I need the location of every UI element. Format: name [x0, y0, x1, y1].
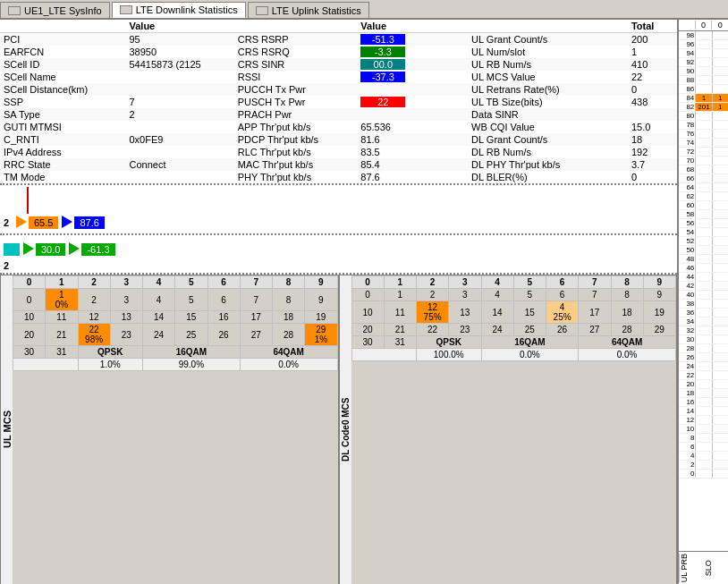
right-cell: [713, 201, 728, 209]
row-param: RSSI: [234, 71, 358, 83]
info-section: Value Value Total PCI 95 CRS RSRP -51.3 …: [0, 20, 677, 185]
right-row: 62: [679, 192, 728, 201]
gauge-bar-1a: 65.5: [29, 216, 58, 229]
right-row: 68: [679, 165, 728, 174]
row-label: SCell ID: [0, 58, 126, 71]
right-cell: [713, 121, 728, 129]
row-value: [126, 121, 234, 133]
summary-row: 100.0% 0.0% 0.0%: [351, 349, 676, 361]
row-param: RLC Thr'put kb/s: [234, 146, 358, 158]
tab-icon-uplink: [256, 6, 268, 15]
right-cell: [696, 183, 712, 191]
info-table: Value Value Total PCI 95 CRS RSRP -51.3 …: [0, 20, 677, 183]
row-value: 2: [126, 108, 234, 121]
right-row: 28: [679, 344, 728, 353]
right-row: 6: [679, 443, 728, 452]
dl-mcs-header: 0 1 2 3 4 5 6 7 8 9: [351, 276, 676, 289]
row-pval: -3.3: [357, 46, 468, 58]
right-cell: [696, 174, 712, 182]
row-ul-val: 18: [628, 133, 677, 146]
right-header-0a: 0: [696, 21, 713, 30]
right-cell: [696, 85, 712, 93]
right-row: 46: [679, 264, 728, 273]
bar-value: -37.3: [360, 72, 405, 82]
right-cell: 1: [713, 94, 728, 102]
right-cell: [696, 380, 712, 388]
right-row: 12: [679, 416, 728, 425]
right-cell: [696, 389, 712, 397]
ul-mcs-label: UL MCS: [0, 275, 13, 584]
right-panel-footer: UL PRB SLO: [679, 551, 728, 584]
right-cell: [713, 291, 728, 299]
tab-downlink[interactable]: LTE Downlink Statistics: [112, 2, 246, 18]
right-row: 8: [679, 434, 728, 443]
right-cell: [713, 461, 728, 469]
row-param: APP Thr'put kb/s: [234, 121, 358, 133]
right-cell: [713, 49, 728, 57]
right-cell: [713, 452, 728, 460]
table-row: 30 31 QPSK 16QAM 64QAM: [351, 336, 676, 349]
right-cell: [713, 174, 728, 182]
right-cell: [713, 139, 728, 147]
right-cell: [713, 76, 728, 84]
row-pval: [357, 83, 468, 96]
right-cell: [696, 362, 712, 370]
right-cell: [696, 210, 712, 218]
row-ul-val: 438: [628, 96, 677, 108]
row-ul-label: UL TB Size(bits): [468, 96, 628, 108]
row-param: CRS RSRP: [234, 33, 358, 47]
right-cell: [713, 317, 728, 326]
right-cell: [713, 31, 728, 39]
right-row: 18: [679, 389, 728, 398]
right-cell: [696, 40, 712, 48]
table-row: 10 11 12 13 14 15 16 17 18 19: [13, 311, 338, 324]
right-row: 52: [679, 237, 728, 246]
right-cell: [696, 398, 712, 406]
row-value: Connect: [126, 158, 234, 171]
col-header-param: [234, 20, 358, 33]
right-cell: [713, 300, 728, 308]
right-cell: [713, 148, 728, 156]
row-ul-label: UL MCS Value: [468, 71, 628, 83]
right-row: 40: [679, 291, 728, 300]
table-row: 20 21 22 23 24 25 26 27 28 29: [351, 324, 676, 336]
right-row: 78: [679, 121, 728, 130]
row-value: [126, 146, 234, 158]
app-container: UE1_LTE SysInfo LTE Downlink Statistics …: [0, 0, 728, 584]
right-cell: [696, 148, 712, 156]
right-cell: [713, 335, 728, 343]
tab-sysinfo[interactable]: UE1_LTE SysInfo: [0, 2, 110, 18]
ul-mcs-section: UL MCS 0 1 2 3 4 5 6 7: [0, 275, 339, 584]
right-cell: [696, 309, 712, 317]
row-param: PUSCH Tx Pwr: [234, 96, 358, 108]
tab-bar: UE1_LTE SysInfo LTE Downlink Statistics …: [0, 0, 728, 20]
row-label: PCI: [0, 33, 126, 47]
right-row: 54: [679, 228, 728, 237]
right-row: 14: [679, 407, 728, 416]
right-cell: [713, 67, 728, 75]
right-rows: 9896949290888684118220118078767472706866…: [679, 31, 728, 551]
table-row: PCI 95 CRS RSRP -51.3 UL Grant Count/s 2…: [0, 33, 677, 47]
gauge-row-2: 30.0 -61.3: [0, 241, 677, 258]
tab-uplink[interactable]: LTE Uplink Statistics: [248, 2, 369, 18]
right-cell: [696, 165, 712, 174]
row-ul-label: UL Retrans Rate(%): [468, 83, 628, 96]
right-cell: [696, 246, 712, 254]
gauge-row-label-2: 2: [0, 260, 677, 271]
row-label: EARFCN: [0, 46, 126, 58]
right-cell: [696, 443, 712, 451]
right-row: 42: [679, 282, 728, 291]
right-cell: [696, 416, 712, 424]
right-cell: [696, 157, 712, 165]
row-label: C_RNTI: [0, 133, 126, 146]
right-row: 60: [679, 201, 728, 210]
right-row: 36: [679, 309, 728, 317]
right-cell: [696, 201, 712, 209]
row-ul-val: 200: [628, 33, 677, 47]
row-label: TM Mode: [0, 171, 126, 183]
row-ul-val: 1: [628, 46, 677, 58]
right-cell: [713, 210, 728, 218]
dl-mcs-label: DL Code0 MCS: [339, 275, 351, 584]
right-row: 76: [679, 130, 728, 139]
right-cell: [713, 362, 728, 370]
